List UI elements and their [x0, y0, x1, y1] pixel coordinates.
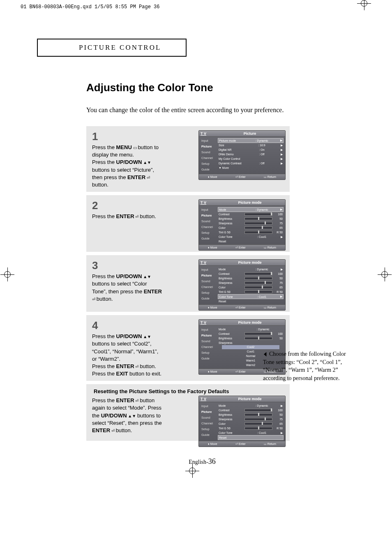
reset-subtitle: Resetting the Picture Settings to the Fa…: [94, 388, 286, 394]
print-header: 01 BN68-00803A-00Eng.qxd 1/5/05 8:55 PM …: [0, 4, 392, 10]
enter-icon: ⏎: [134, 399, 140, 403]
enter-icon: ⏎: [134, 364, 140, 369]
crop-mark-icon: [189, 468, 196, 474]
osd-screenshot-5: T VPicture mode Input Picture Sound Chan…: [198, 396, 286, 447]
triangle-left-icon: ◀: [264, 350, 267, 358]
step-1: 1 Press the MENU ▭ button to display the…: [86, 126, 290, 192]
step-text: Press the MENU ▭ button to display the m…: [92, 144, 162, 189]
osd-screenshot-1: T VPicture Input Picture Sound Channel S…: [198, 130, 286, 180]
step-2: 2 Press the ENTER ⏎ button. T VPicture m…: [86, 195, 290, 252]
page-title: Adjusting the Color Tone: [86, 81, 367, 94]
updown-icon: ▲▼: [127, 414, 137, 418]
crop-mark-icon: [361, 0, 367, 7]
section-header: PICTURE CONTROL: [37, 39, 187, 57]
enter-icon: ⏎: [92, 297, 97, 302]
step-3: 3 Press the UP/DOWN ▲▼ buttons to select…: [86, 255, 290, 312]
updown-icon: ▲▼: [142, 274, 151, 279]
osd-screenshot-2: T VPicture mode Input Picture Sound Chan…: [198, 199, 286, 251]
updown-icon: ▲▼: [142, 160, 151, 165]
page-footer: English-36: [37, 457, 367, 466]
step-text: Press the UP/DOWN ▲▼ buttons to select “…: [92, 333, 162, 378]
intro-paragraph: You can change the color of the entire s…: [86, 106, 367, 114]
side-note: ◀Choose from the following Color Tone se…: [263, 350, 353, 382]
enter-icon: ⏎: [145, 175, 150, 180]
enter-icon: ⏎: [110, 429, 116, 433]
menu-icon: ▭: [132, 145, 138, 150]
updown-icon: ▲▼: [142, 334, 151, 339]
enter-icon: ⏎: [134, 214, 140, 219]
step-4: 4 Press the UP/DOWN ▲▼ buttons to select…: [86, 315, 290, 381]
osd-screenshot-3: T VPicture mode Input Picture Sound Chan…: [198, 259, 286, 311]
step-text: Press the ENTER ⏎ button.: [92, 213, 162, 220]
step-reset: Resetting the Picture Settings to the Fa…: [86, 384, 290, 441]
step-text: Press the UP/DOWN ▲▼ buttons to select “…: [92, 273, 162, 303]
steps-container: 1 Press the MENU ▭ button to display the…: [86, 126, 290, 441]
step-text: Press the ENTER ⏎ button again to select…: [92, 397, 162, 434]
